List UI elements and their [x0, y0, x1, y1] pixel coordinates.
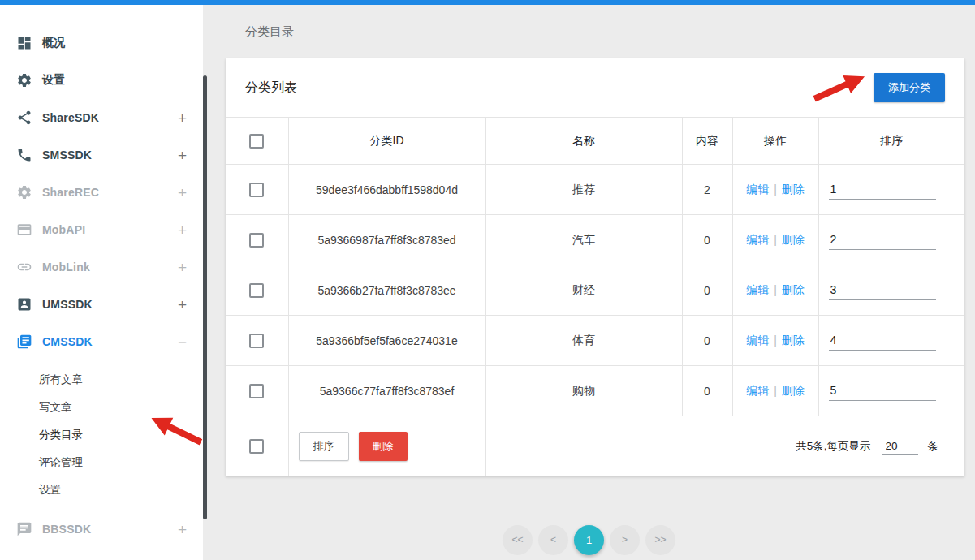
sidebar-item-smssdk[interactable]: SMSSDK + — [0, 136, 203, 174]
sidebar-item-sharerec[interactable]: ShareREC + — [0, 174, 203, 211]
gear-icon — [16, 72, 32, 88]
delete-link[interactable]: 删除 — [782, 283, 805, 296]
separator: | — [774, 334, 777, 347]
sidebar-item-label: CMSSDK — [42, 335, 171, 348]
sidebar-item-bbssdk[interactable]: BBSSDK + — [0, 510, 203, 548]
page-number-button[interactable]: 1 — [574, 525, 604, 555]
pagination: << < 1 > >> — [203, 525, 975, 555]
table-header-row: 分类ID 名称 内容 操作 排序 — [226, 118, 964, 165]
sidebar-item-cmssdk[interactable]: CMSSDK − — [0, 323, 203, 360]
row-checkbox[interactable] — [249, 384, 264, 398]
expand-plus-icon[interactable]: + — [171, 185, 187, 200]
edit-link[interactable]: 编辑 — [746, 384, 769, 397]
prev-page-button[interactable]: < — [538, 525, 568, 555]
sort-input[interactable] — [829, 381, 936, 401]
expand-plus-icon[interactable]: + — [171, 260, 187, 275]
bulk-delete-button[interactable]: 删除 — [359, 432, 408, 461]
last-page-button[interactable]: >> — [645, 525, 675, 555]
expand-plus-icon[interactable]: + — [171, 110, 187, 126]
sidebar-item-mob-analytics[interactable]: Mob统计分析 — [0, 548, 203, 560]
edit-link[interactable]: 编辑 — [746, 183, 769, 196]
table-row: 5a9366bf5ef5fa6ce274031e 体育 0 编辑|删除 — [226, 316, 964, 366]
sidebar: 概况 设置 ShareSDK + SMSSDK + ShareREC + Mob… — [0, 5, 203, 560]
row-checkbox[interactable] — [249, 334, 264, 348]
category-name: 汽车 — [485, 215, 682, 265]
category-name: 推荐 — [485, 165, 682, 215]
category-id: 5a9366c77fa7ff8f3c8783ef — [288, 366, 485, 416]
column-header-content: 内容 — [682, 118, 732, 165]
column-header-action: 操作 — [732, 118, 818, 165]
sidebar-item-umssdk[interactable]: UMSSDK + — [0, 286, 203, 323]
category-name: 购物 — [485, 366, 682, 416]
sort-input[interactable] — [829, 330, 936, 351]
table-row: 59dee3f466dabbff1598d04d 推荐 2 编辑|删除 — [226, 165, 964, 215]
sort-input[interactable] — [829, 280, 936, 300]
expand-plus-icon[interactable]: + — [171, 222, 187, 238]
category-content-count: 0 — [682, 215, 732, 265]
category-content-count: 0 — [682, 265, 732, 316]
next-page-button[interactable]: > — [610, 525, 640, 555]
row-checkbox[interactable] — [249, 183, 264, 197]
delete-link[interactable]: 删除 — [782, 334, 805, 347]
expand-plus-icon[interactable]: + — [171, 297, 187, 312]
edit-link[interactable]: 编辑 — [746, 283, 769, 296]
delete-link[interactable]: 删除 — [782, 233, 805, 246]
separator: | — [774, 233, 777, 246]
category-content-count: 2 — [682, 165, 732, 215]
category-table: 分类ID 名称 内容 操作 排序 59dee3f466dabbff1598d04… — [226, 117, 964, 476]
separator: | — [774, 183, 777, 196]
expand-plus-icon[interactable]: + — [171, 522, 187, 537]
sidebar-item-moblink[interactable]: MobLink + — [0, 248, 203, 286]
delete-link[interactable]: 删除 — [782, 384, 805, 397]
footer-checkbox[interactable] — [249, 439, 264, 454]
row-checkbox[interactable] — [249, 233, 264, 248]
sidebar-item-label: ShareREC — [42, 186, 171, 199]
category-id: 59dee3f466dabbff1598d04d — [288, 165, 485, 215]
page-size-input[interactable] — [882, 437, 918, 455]
row-checkbox[interactable] — [249, 283, 264, 298]
category-id: 5a9366bf5ef5fa6ce274031e — [288, 316, 485, 366]
sidebar-item-label: MobLink — [42, 261, 171, 274]
sidebar-item-label: BBSSDK — [42, 523, 171, 536]
add-category-button[interactable]: 添加分类 — [874, 73, 945, 102]
page-title: 分类目录 — [245, 24, 294, 40]
unit-text: 条 — [928, 440, 939, 452]
submenu-item-all-articles[interactable]: 所有文章 — [0, 366, 203, 394]
sidebar-item-label: ShareSDK — [42, 111, 171, 124]
category-content-count: 0 — [682, 366, 732, 416]
table-footer-row: 排序删除 共5条,每页显示条 — [226, 416, 964, 476]
category-name: 财经 — [485, 265, 682, 316]
edit-link[interactable]: 编辑 — [746, 233, 769, 246]
collapse-minus-icon[interactable]: − — [171, 334, 187, 350]
library-icon — [16, 334, 32, 350]
sidebar-item-overview[interactable]: 概况 — [0, 24, 203, 62]
phone-icon — [16, 147, 32, 163]
category-list-card: 分类列表 添加分类 分类ID 名称 内容 操作 排序 — [226, 58, 964, 476]
sort-input[interactable] — [829, 230, 936, 250]
select-all-checkbox[interactable] — [249, 134, 264, 149]
bulk-sort-button[interactable]: 排序 — [299, 432, 349, 461]
sidebar-scrollbar[interactable] — [203, 75, 207, 519]
sidebar-item-label: UMSSDK — [42, 298, 171, 311]
expand-plus-icon[interactable]: + — [171, 148, 187, 163]
delete-link[interactable]: 删除 — [782, 183, 805, 196]
page-header: 分类目录 — [203, 5, 975, 58]
submenu-item-comments[interactable]: 评论管理 — [0, 449, 203, 476]
category-id: 5a9366b27fa7ff8f3c8783ee — [288, 265, 485, 316]
first-page-button[interactable]: << — [503, 525, 533, 555]
sidebar-item-mobapi[interactable]: MobAPI + — [0, 211, 203, 248]
dashboard-icon — [16, 35, 32, 51]
sidebar-item-sharesdk[interactable]: ShareSDK + — [0, 99, 203, 136]
submenu-item-settings[interactable]: 设置 — [0, 476, 203, 504]
sidebar-item-label: SMSSDK — [42, 149, 171, 162]
link-icon — [16, 259, 32, 275]
gear-icon — [16, 184, 32, 200]
separator: | — [774, 384, 777, 397]
table-row: 5a9366987fa7ff8f3c8783ed 汽车 0 编辑|删除 — [226, 215, 964, 265]
sort-input[interactable] — [829, 179, 936, 200]
contact-icon — [16, 296, 32, 312]
share-icon — [16, 110, 32, 126]
edit-link[interactable]: 编辑 — [746, 334, 769, 347]
sidebar-item-settings[interactable]: 设置 — [0, 62, 203, 99]
category-content-count: 0 — [682, 316, 732, 366]
